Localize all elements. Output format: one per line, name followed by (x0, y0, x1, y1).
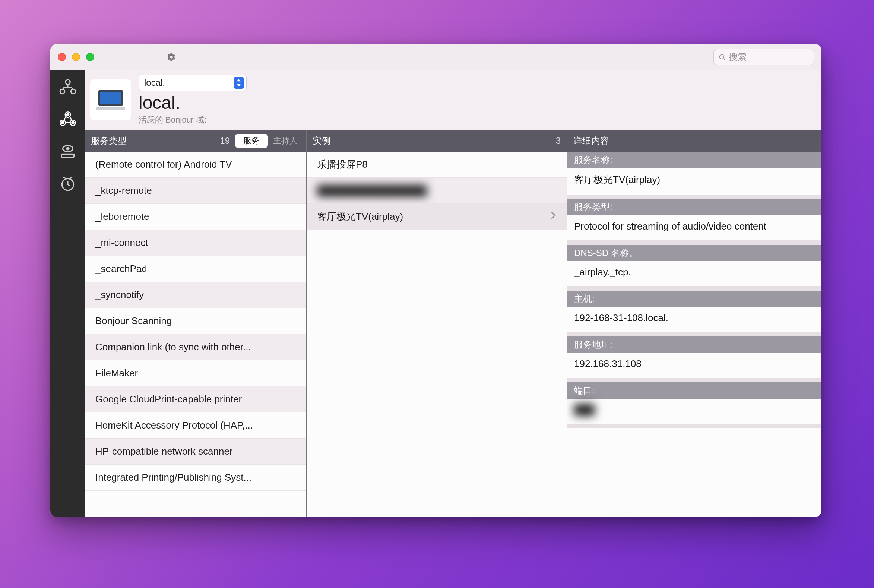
service-row[interactable]: Integrated Printing/Publishing Syst... (85, 465, 306, 491)
svg-point-9 (61, 122, 64, 124)
service-row[interactable]: _searchPad (85, 256, 306, 282)
detail-field-label: DNS-SD 名称。 (567, 245, 822, 261)
sidebar-item-network[interactable] (57, 76, 79, 98)
sidebar (50, 70, 85, 517)
instance-row[interactable]: 乐播投屏P8 (307, 152, 567, 178)
instances-list[interactable]: 乐播投屏P8████████████████客厅极光TV(airplay) (307, 152, 567, 517)
instances-header-label: 实例 (313, 135, 330, 147)
main-area: local. local. 活跃的 Bonjour 域: 服务类型 19 (85, 70, 822, 517)
svg-line-1 (724, 58, 725, 60)
service-row[interactable]: Google CloudPrint-capable printer (85, 386, 306, 412)
details-column: 详细内容 服务名称:客厅极光TV(airplay)服务类型:Protocol f… (567, 130, 822, 517)
detail-field-value: ███ (567, 399, 822, 424)
services-count: 19 (220, 136, 230, 146)
svg-rect-13 (61, 154, 74, 157)
settings-button[interactable] (166, 52, 176, 62)
search-placeholder: 搜索 (729, 51, 747, 63)
details-header-label: 详细内容 (573, 135, 609, 147)
domain-select-value: local. (144, 78, 165, 88)
service-row[interactable]: (Remote control for) Android TV (85, 152, 306, 178)
services-header-label: 服务类型 (91, 135, 127, 147)
minimize-window-button[interactable] (72, 53, 80, 61)
detail-field-label: 服务名称: (567, 152, 822, 168)
search-input[interactable]: 搜索 (714, 49, 814, 65)
detail-field-value: 192-168-31-108.local. (567, 307, 822, 332)
domain-device-icon (90, 80, 131, 120)
svg-point-10 (72, 122, 74, 124)
detail-field-value: _airplay._tcp. (567, 261, 822, 286)
sidebar-item-bonjour[interactable] (57, 108, 79, 130)
svg-point-8 (66, 113, 69, 116)
detail-field-label: 服务地址: (567, 336, 822, 353)
app-window: 搜索 local. (50, 44, 822, 517)
service-row[interactable]: _mi-connect (85, 230, 306, 256)
domain-select[interactable]: local. (139, 75, 247, 91)
instance-label: ████████████████ (317, 185, 427, 196)
svg-rect-17 (96, 106, 125, 110)
service-row[interactable]: Bonjour Scanning (85, 308, 306, 334)
instance-label: 乐播投屏P8 (317, 158, 368, 171)
service-row[interactable]: _ktcp-remote (85, 178, 306, 204)
svg-rect-16 (100, 92, 121, 104)
detail-field-label: 主机: (567, 291, 822, 307)
svg-point-0 (720, 54, 724, 59)
service-row[interactable]: Companion link (to sync with other... (85, 334, 306, 360)
instances-column: 实例 3 乐播投屏P8████████████████客厅极光TV(airpla… (307, 130, 567, 517)
service-row[interactable]: _leboremote (85, 204, 306, 230)
domain-subtitle: 活跃的 Bonjour 域: (139, 114, 247, 126)
services-segment: 19 服务 主持人 (220, 134, 300, 148)
chevron-right-icon (550, 211, 556, 222)
select-arrows-icon (234, 77, 244, 88)
instances-header: 实例 3 (307, 130, 567, 152)
services-header: 服务类型 19 服务 主持人 (85, 130, 306, 152)
close-window-button[interactable] (58, 53, 66, 61)
instances-count: 3 (556, 136, 561, 146)
detail-field-value: 192.168.31.108 (567, 353, 822, 378)
zoom-window-button[interactable] (86, 53, 94, 61)
svg-point-2 (65, 80, 70, 85)
detail-field-value: 客厅极光TV(airplay) (567, 168, 822, 195)
content: local. local. 活跃的 Bonjour 域: 服务类型 19 (50, 70, 822, 517)
service-row[interactable]: HP-compatible network scanner (85, 439, 306, 465)
segment-service-button[interactable]: 服务 (235, 134, 268, 148)
svg-point-12 (66, 147, 69, 150)
domain-bar: local. local. 活跃的 Bonjour 域: (85, 70, 822, 130)
titlebar: 搜索 (50, 44, 822, 70)
detail-field-label: 服务类型: (567, 199, 822, 215)
instance-row[interactable]: 客厅极光TV(airplay) (307, 204, 567, 230)
details-pane[interactable]: 服务名称:客厅极光TV(airplay)服务类型:Protocol for st… (567, 152, 822, 517)
domain-title: local. (139, 92, 247, 113)
instance-label: 客厅极光TV(airplay) (317, 210, 403, 223)
service-row[interactable]: _syncnotify (85, 282, 306, 308)
instance-row[interactable]: ████████████████ (307, 178, 567, 204)
columns: 服务类型 19 服务 主持人 (Remote control for) Andr… (85, 130, 822, 517)
service-row[interactable]: HomeKit Accessory Protocol (HAP,... (85, 412, 306, 439)
detail-field-label: 端口: (567, 382, 822, 399)
sidebar-item-timer[interactable] (57, 172, 79, 194)
sidebar-item-monitor[interactable] (57, 140, 79, 162)
segment-host-button[interactable]: 主持人 (271, 134, 300, 148)
services-column: 服务类型 19 服务 主持人 (Remote control for) Andr… (85, 130, 307, 517)
details-header: 详细内容 (567, 130, 822, 152)
service-row[interactable]: FileMaker (85, 360, 306, 386)
detail-field-value: Protocol for streaming of audio/video co… (567, 215, 822, 240)
traffic-lights (58, 53, 94, 61)
services-list[interactable]: (Remote control for) Android TV_ktcp-rem… (85, 152, 306, 517)
